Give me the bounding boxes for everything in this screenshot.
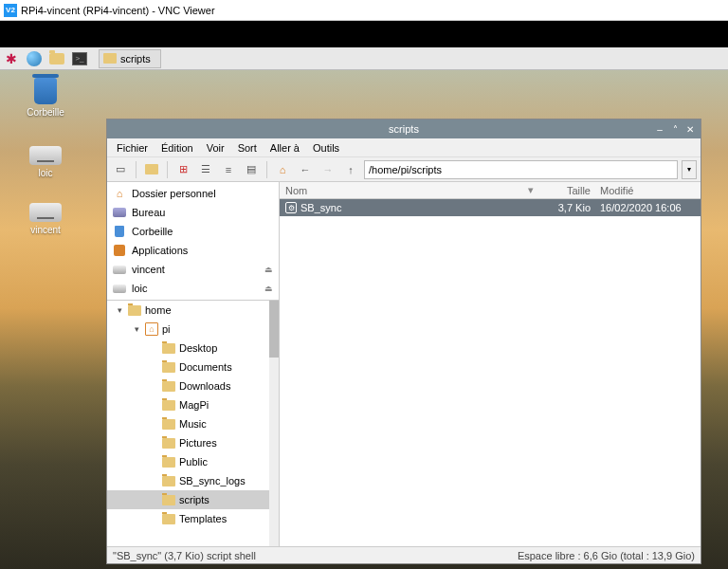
taskbar: ✱ >_ scripts — [0, 47, 728, 70]
home-button[interactable]: ⌂ — [273, 160, 292, 179]
place-bureau[interactable]: Bureau — [107, 203, 279, 222]
fm-sidebar: ⌂Dossier personnelBureauCorbeilleApplica… — [107, 182, 280, 546]
tree-item-magpi[interactable]: MagPi — [107, 395, 279, 414]
place-dossier-personnel[interactable]: ⌂Dossier personnel — [107, 184, 279, 203]
fm-titlebar[interactable]: scripts – ˄ ✕ — [107, 119, 701, 138]
fm-statusbar: "SB_sync" (3,7 Kio) script shell Espace … — [107, 546, 701, 563]
tree-item-documents[interactable]: Documents — [107, 358, 279, 376]
drive-icon — [29, 203, 62, 222]
tree-item-desktop[interactable]: Desktop — [107, 339, 279, 358]
new-tab-button[interactable]: ▭ — [111, 160, 130, 179]
taskbar-task-label: scripts — [120, 53, 151, 64]
tree-item-home[interactable]: ▾home — [107, 301, 279, 320]
folder-icon — [162, 438, 175, 449]
maximize-button[interactable]: ˄ — [668, 122, 682, 136]
file-row[interactable]: ⚙SB_sync3,7 Kio16/02/2020 16:06 — [280, 199, 701, 216]
vnc-desktop: ✱ >_ scripts Corbeilleloicvincent script… — [0, 47, 728, 569]
folder-icon — [162, 419, 175, 430]
trash-icon — [34, 78, 57, 104]
tree-item-scripts[interactable]: scripts — [107, 490, 279, 509]
folder-icon — [103, 53, 117, 64]
path-dropdown[interactable]: ▾ — [682, 160, 697, 179]
fm-title: scripts — [389, 123, 419, 135]
host-titlebar: V2 RPi4-vincent (RPi4-vincent) - VNC Vie… — [0, 0, 728, 21]
black-strip — [0, 21, 728, 47]
vnc-icon: V2 — [4, 4, 17, 17]
folder-icon — [162, 362, 175, 373]
desktop-icon-label: vincent — [17, 225, 74, 235]
folder-icon — [162, 495, 175, 505]
terminal-icon[interactable]: >_ — [68, 47, 91, 70]
menu-outils[interactable]: Outils — [307, 140, 345, 156]
forward-button[interactable]: → — [318, 160, 337, 179]
folder-icon — [162, 457, 175, 468]
file-manager-icon[interactable] — [46, 47, 68, 70]
tree-scrollbar[interactable] — [269, 301, 279, 546]
folder-icon — [162, 381, 175, 392]
folder-icon — [128, 305, 141, 316]
tree-item-templates[interactable]: Templates — [107, 509, 279, 528]
menu-sort[interactable]: Sort — [232, 140, 263, 156]
menu-aller à[interactable]: Aller à — [264, 140, 305, 156]
desktop-icon-label: Corbeille — [17, 107, 74, 118]
folder-icon — [162, 514, 175, 524]
folder-icon — [162, 343, 175, 354]
column-headers[interactable]: Nom▾ Taille Modifié — [280, 182, 701, 199]
script-icon: ⚙ — [285, 202, 297, 213]
view-icons-button[interactable]: ⊞ — [173, 160, 192, 179]
tree-item-music[interactable]: Music — [107, 414, 279, 433]
desktop-icon-vincent[interactable]: vincent — [17, 197, 74, 235]
view-detail-button[interactable]: ▤ — [242, 160, 261, 179]
taskbar-active-window[interactable]: scripts — [99, 49, 161, 68]
fm-content: Nom▾ Taille Modifié ⚙SB_sync3,7 Kio16/02… — [280, 182, 701, 546]
view-list-button[interactable]: ≡ — [219, 160, 238, 179]
twisty-icon[interactable]: ▾ — [115, 305, 124, 315]
folder-icon — [162, 400, 175, 411]
tree-item-public[interactable]: Public — [107, 452, 279, 471]
drive-icon — [29, 146, 62, 165]
fm-tree: ▾home▾piDesktopDocumentsDownloadsMagPiMu… — [107, 300, 279, 546]
view-compact-button[interactable]: ☰ — [196, 160, 215, 179]
minimize-button[interactable]: – — [653, 122, 666, 136]
fm-menubar: FichierÉditionVoirSortAller àOutils — [107, 138, 701, 157]
tree-item-downloads[interactable]: Downloads — [107, 376, 279, 395]
desktop-icon-corbeille[interactable]: Corbeille — [17, 78, 74, 118]
up-button[interactable]: ↑ — [341, 160, 360, 179]
host-window-title: RPi4-vincent (RPi4-vincent) - VNC Viewer — [21, 5, 215, 16]
twisty-icon[interactable]: ▾ — [132, 324, 141, 334]
status-right: Espace libre : 6,6 Gio (total : 13,9 Gio… — [518, 550, 695, 561]
close-button[interactable]: ✕ — [683, 122, 697, 136]
back-button[interactable]: ← — [296, 160, 315, 179]
menu-voir[interactable]: Voir — [201, 140, 230, 156]
folder-icon — [162, 476, 175, 486]
eject-icon[interactable]: ⏏ — [264, 284, 273, 293]
fm-toolbar: ▭ ⊞ ☰ ≡ ▤ ⌂ ← → ↑ /home/pi/scripts ▾ — [107, 157, 701, 182]
tree-item-sb_sync_logs[interactable]: SB_sync_logs — [107, 471, 279, 490]
home-icon — [145, 322, 158, 336]
raspberry-menu-icon[interactable]: ✱ — [0, 47, 23, 70]
eject-icon[interactable]: ⏏ — [264, 265, 273, 274]
tree-item-pi[interactable]: ▾pi — [107, 320, 279, 339]
path-input[interactable]: /home/pi/scripts — [364, 160, 678, 179]
status-left: "SB_sync" (3,7 Kio) script shell — [113, 550, 256, 561]
place-corbeille[interactable]: Corbeille — [107, 222, 279, 241]
desktop-icon-label: loic — [17, 168, 74, 178]
desktop-icon-loic[interactable]: loic — [17, 140, 74, 178]
place-vincent[interactable]: vincent⏏ — [107, 260, 279, 279]
place-loic[interactable]: loic⏏ — [107, 279, 279, 298]
tree-item-pictures[interactable]: Pictures — [107, 433, 279, 452]
new-folder-button[interactable] — [142, 160, 161, 179]
menu-édition[interactable]: Édition — [155, 140, 199, 156]
place-applications[interactable]: Applications — [107, 241, 279, 260]
menu-fichier[interactable]: Fichier — [111, 140, 154, 156]
file-manager-window: scripts – ˄ ✕ FichierÉditionVoirSortAlle… — [106, 119, 701, 564]
browser-icon[interactable] — [23, 47, 46, 70]
